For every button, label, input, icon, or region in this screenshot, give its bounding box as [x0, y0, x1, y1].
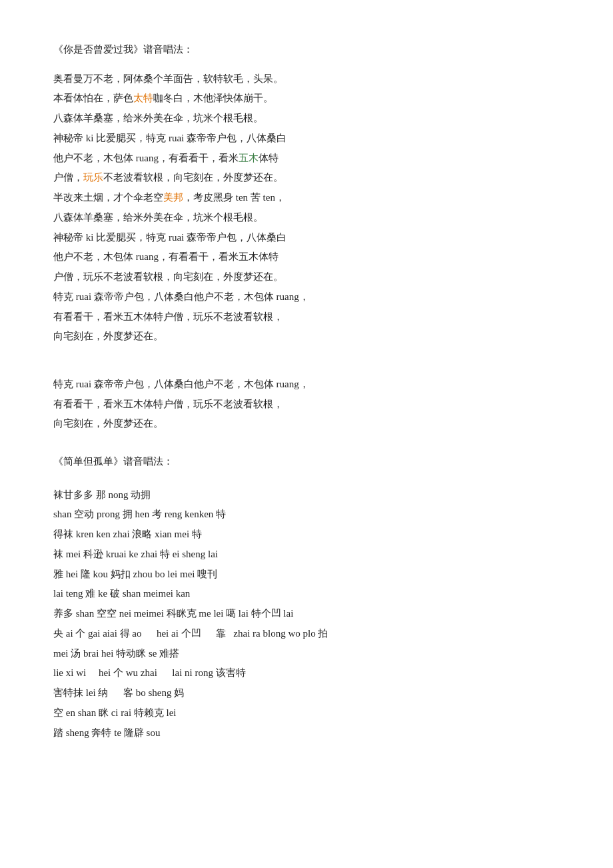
s2-line-11: 害特抹 lei 纳 客 bo sheng 妈 [53, 684, 560, 703]
line-13: 有看看干，看米五木体特户僧，玩乐不老波看软根， [53, 308, 560, 327]
line-10: 他户不老，木包体 ruang，有看看干，看米五木体特 [53, 248, 560, 267]
s2-line-2: shan 空动 prong 拥 hen 考 reng kenken 特 [53, 505, 560, 524]
highlight-wumu: 五木 [239, 153, 259, 163]
s2-line-9: mei 汤 brai hei 特动眯 se 难搭 [53, 645, 560, 663]
highlight-meibang: 美邦 [163, 192, 183, 203]
section1-lyrics: 奥看曼万不老，阿体桑个羊面告，软特软毛，头呆。 本看体怕在，萨色太特咖冬白，木他… [53, 70, 560, 434]
s2-line-13: 踏 sheng 奔特 te 隆辟 sou [53, 724, 560, 743]
s2-line-3: 得袜 kren ken zhai 浪略 xian mei 特 [53, 525, 560, 544]
s2-line-6: lai teng 难 ke 破 shan meimei kan [53, 585, 560, 603]
section2-lyrics: 袜甘多多 那 nong 动拥 shan 空动 prong 拥 hen 考 ren… [53, 486, 560, 743]
line-8: 八森体羊桑塞，给米外美在伞，坑米个根毛根。 [53, 209, 560, 227]
s2-line-1: 袜甘多多 那 nong 动拥 [53, 486, 560, 505]
line-7: 半改来土烟，才个伞老空美邦，考皮黑身 ten 苦 ten， [53, 189, 560, 207]
line-gap [53, 355, 560, 374]
line-12: 特克 ruai 森帝帝户包，八体桑白他户不老，木包体 ruang， [53, 288, 560, 307]
line-5: 他户不老，木包体 ruang，有看看干，看米五木体特 [53, 149, 560, 168]
page-content: 《你是否曾爱过我》谱音唱法： 奥看曼万不老，阿体桑个羊面告，软特软毛，头呆。 本… [53, 40, 560, 742]
line-15: 特克 ruai 森帝帝户包，八体桑白他户不老，木包体 ruang， [53, 375, 560, 394]
line-2: 本看体怕在，萨色太特咖冬白，木他泽快体崩干。 [53, 89, 560, 108]
line-14: 向宅刻在，外度梦还在。 [53, 327, 560, 346]
s2-line-12: 空 en shan 眯 ci rai 特赖克 lei [53, 704, 560, 723]
line-9: 神秘帝 ki 比爱腮买，特克 ruai 森帝帝户包，八体桑白 [53, 229, 560, 247]
line-3: 八森体羊桑塞，给米外美在伞，坑米个根毛根。 [53, 109, 560, 128]
line-1: 奥看曼万不老，阿体桑个羊面告，软特软毛，头呆。 [53, 70, 560, 89]
line-17: 向宅刻在，外度梦还在。 [53, 415, 560, 433]
s2-line-5: 雅 hei 隆 kou 妈扣 zhou bo lei mei 嗖刊 [53, 565, 560, 584]
highlight-taite: 太特 [133, 93, 153, 103]
line-6: 户僧，玩乐不老波看软根，向宅刻在，外度梦还在。 [53, 169, 560, 187]
s2-line-7: 养多 shan 空空 nei meimei 科眯克 me lei 噶 lai 特… [53, 605, 560, 623]
section2-title: 《简单但孤单》谱音唱法： [53, 452, 560, 471]
line-4: 神秘帝 ki 比爱腮买，特克 ruai 森帝帝户包，八体桑白 [53, 129, 560, 148]
s2-line-10: lie xi wi hei 个 wu zhai lai ni rong 该害特 [53, 664, 560, 683]
s2-line-4: 袜 mei 科逊 kruai ke zhai 特 ei sheng lai [53, 545, 560, 564]
line-11: 户僧，玩乐不老波看软根，向宅刻在，外度梦还在。 [53, 268, 560, 287]
section1-title: 《你是否曾爱过我》谱音唱法： [53, 40, 560, 59]
section1: 《你是否曾爱过我》谱音唱法： 奥看曼万不老，阿体桑个羊面告，软特软毛，头呆。 本… [53, 40, 560, 433]
line-16: 有看看干，看米五木体特户僧，玩乐不老波看软根， [53, 395, 560, 414]
section2: 《简单但孤单》谱音唱法： 袜甘多多 那 nong 动拥 shan 空动 pron… [53, 452, 560, 742]
s2-line-8: 央 ai 个 gai aiai 得 ao hei ai 个凹 靠 zhai ra… [53, 625, 560, 643]
highlight-wanle: 玩乐 [83, 172, 103, 183]
